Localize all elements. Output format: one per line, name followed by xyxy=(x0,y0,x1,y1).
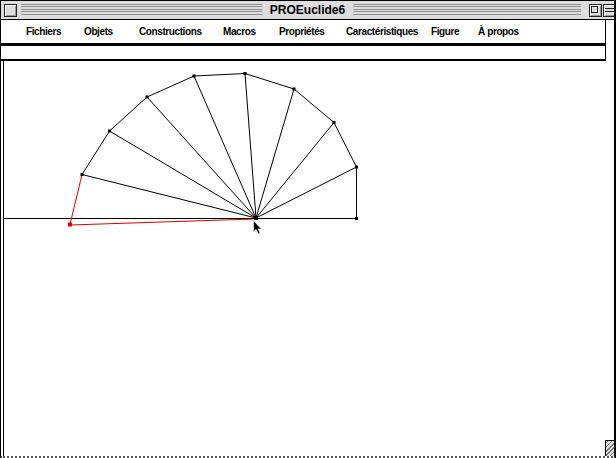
menu-a-propos[interactable]: À propos xyxy=(478,20,519,43)
collapse-box-line xyxy=(605,11,614,12)
menu-fichiers[interactable]: Fichiers xyxy=(26,20,61,43)
collapse-box-line xyxy=(605,8,614,9)
zoom-box-inner-square xyxy=(591,6,598,13)
menu-constructions[interactable]: Constructions xyxy=(139,20,202,43)
resize-grip-icon[interactable] xyxy=(605,440,616,457)
drawing-canvas[interactable] xyxy=(3,61,606,457)
menu-caracteristiques[interactable]: Caractéristiques xyxy=(346,20,418,43)
menu-macros[interactable]: Macros xyxy=(223,20,256,43)
menubar: Fichiers Objets Constructions Macros Pro… xyxy=(1,20,605,46)
zoom-box-icon[interactable] xyxy=(589,4,602,17)
close-box-icon[interactable] xyxy=(4,4,17,17)
collapse-box-icon[interactable] xyxy=(603,4,616,17)
menu-objets[interactable]: Objets xyxy=(84,20,113,43)
titlebar[interactable]: PROEuclide6 xyxy=(1,1,614,20)
menu-proprietes[interactable]: Propriétés xyxy=(279,20,324,43)
app-window: PROEuclide6 Fichiers Objets Construction… xyxy=(0,0,616,458)
window-title: PROEuclide6 xyxy=(262,3,353,17)
menu-figure[interactable]: Figure xyxy=(431,20,459,43)
